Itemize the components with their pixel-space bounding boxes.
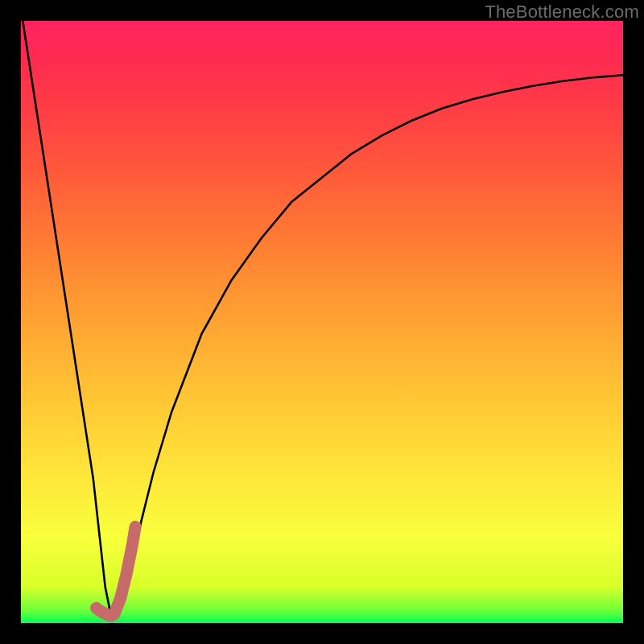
bottleneck-curve [21, 21, 623, 617]
chart-frame: TheBottleneck.com [0, 0, 644, 644]
curve-svg [21, 21, 623, 623]
watermark-text: TheBottleneck.com [485, 2, 639, 23]
plot-area [21, 21, 623, 623]
accent-segment [97, 526, 136, 616]
